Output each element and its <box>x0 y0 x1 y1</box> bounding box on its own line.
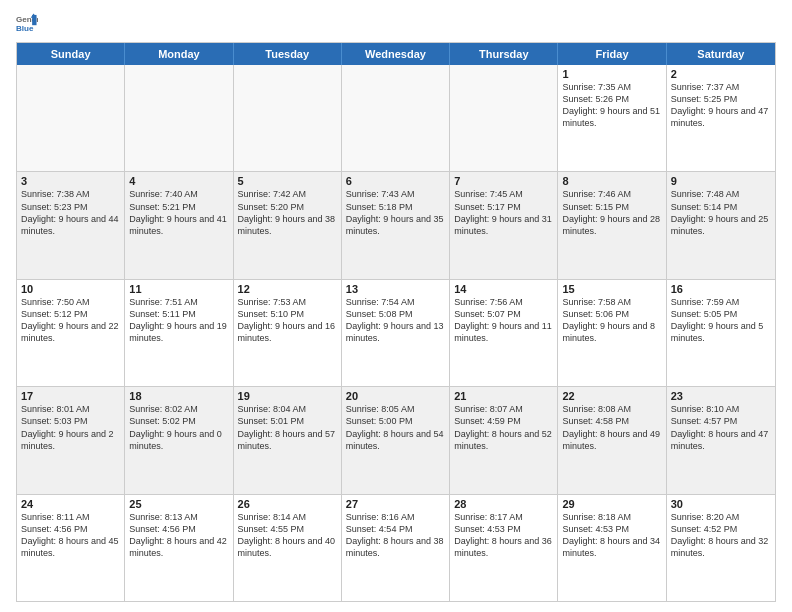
cell-info: Sunrise: 8:13 AMSunset: 4:56 PMDaylight:… <box>129 511 228 560</box>
cell-info: Sunrise: 7:46 AMSunset: 5:15 PMDaylight:… <box>562 188 661 237</box>
day-cell-8: 8Sunrise: 7:46 AMSunset: 5:15 PMDaylight… <box>558 172 666 278</box>
day-number: 20 <box>346 390 445 402</box>
day-number: 30 <box>671 498 771 510</box>
calendar-row-3: 10Sunrise: 7:50 AMSunset: 5:12 PMDayligh… <box>17 280 775 387</box>
cell-info: Sunrise: 8:01 AMSunset: 5:03 PMDaylight:… <box>21 403 120 452</box>
cell-info: Sunrise: 7:42 AMSunset: 5:20 PMDaylight:… <box>238 188 337 237</box>
cell-info: Sunrise: 8:04 AMSunset: 5:01 PMDaylight:… <box>238 403 337 452</box>
day-cell-10: 10Sunrise: 7:50 AMSunset: 5:12 PMDayligh… <box>17 280 125 386</box>
cell-info: Sunrise: 8:20 AMSunset: 4:52 PMDaylight:… <box>671 511 771 560</box>
day-number: 3 <box>21 175 120 187</box>
cell-info: Sunrise: 7:51 AMSunset: 5:11 PMDaylight:… <box>129 296 228 345</box>
day-cell-15: 15Sunrise: 7:58 AMSunset: 5:06 PMDayligh… <box>558 280 666 386</box>
day-number: 18 <box>129 390 228 402</box>
calendar-row-2: 3Sunrise: 7:38 AMSunset: 5:23 PMDaylight… <box>17 172 775 279</box>
logo-icon: General Blue <box>16 12 38 34</box>
cell-info: Sunrise: 8:10 AMSunset: 4:57 PMDaylight:… <box>671 403 771 452</box>
page: General Blue SundayMondayTuesdayWednesda… <box>0 0 792 612</box>
cell-info: Sunrise: 8:18 AMSunset: 4:53 PMDaylight:… <box>562 511 661 560</box>
day-number: 21 <box>454 390 553 402</box>
weekday-header-monday: Monday <box>125 43 233 65</box>
day-cell-26: 26Sunrise: 8:14 AMSunset: 4:55 PMDayligh… <box>234 495 342 601</box>
day-number: 17 <box>21 390 120 402</box>
day-cell-11: 11Sunrise: 7:51 AMSunset: 5:11 PMDayligh… <box>125 280 233 386</box>
cell-info: Sunrise: 8:07 AMSunset: 4:59 PMDaylight:… <box>454 403 553 452</box>
day-cell-20: 20Sunrise: 8:05 AMSunset: 5:00 PMDayligh… <box>342 387 450 493</box>
day-cell-28: 28Sunrise: 8:17 AMSunset: 4:53 PMDayligh… <box>450 495 558 601</box>
day-number: 11 <box>129 283 228 295</box>
day-cell-22: 22Sunrise: 8:08 AMSunset: 4:58 PMDayligh… <box>558 387 666 493</box>
empty-cell <box>234 65 342 171</box>
cell-info: Sunrise: 7:54 AMSunset: 5:08 PMDaylight:… <box>346 296 445 345</box>
cell-info: Sunrise: 8:05 AMSunset: 5:00 PMDaylight:… <box>346 403 445 452</box>
day-number: 28 <box>454 498 553 510</box>
calendar-header: SundayMondayTuesdayWednesdayThursdayFrid… <box>17 43 775 65</box>
cell-info: Sunrise: 7:40 AMSunset: 5:21 PMDaylight:… <box>129 188 228 237</box>
day-number: 12 <box>238 283 337 295</box>
cell-info: Sunrise: 7:56 AMSunset: 5:07 PMDaylight:… <box>454 296 553 345</box>
day-number: 24 <box>21 498 120 510</box>
day-number: 7 <box>454 175 553 187</box>
weekday-header-saturday: Saturday <box>667 43 775 65</box>
weekday-header-thursday: Thursday <box>450 43 558 65</box>
day-number: 4 <box>129 175 228 187</box>
day-number: 9 <box>671 175 771 187</box>
weekday-header-friday: Friday <box>558 43 666 65</box>
day-cell-4: 4Sunrise: 7:40 AMSunset: 5:21 PMDaylight… <box>125 172 233 278</box>
day-cell-14: 14Sunrise: 7:56 AMSunset: 5:07 PMDayligh… <box>450 280 558 386</box>
calendar-row-1: 1Sunrise: 7:35 AMSunset: 5:26 PMDaylight… <box>17 65 775 172</box>
empty-cell <box>125 65 233 171</box>
day-cell-19: 19Sunrise: 8:04 AMSunset: 5:01 PMDayligh… <box>234 387 342 493</box>
day-number: 27 <box>346 498 445 510</box>
calendar-body: 1Sunrise: 7:35 AMSunset: 5:26 PMDaylight… <box>17 65 775 601</box>
day-number: 22 <box>562 390 661 402</box>
day-number: 26 <box>238 498 337 510</box>
cell-info: Sunrise: 7:43 AMSunset: 5:18 PMDaylight:… <box>346 188 445 237</box>
day-cell-24: 24Sunrise: 8:11 AMSunset: 4:56 PMDayligh… <box>17 495 125 601</box>
cell-info: Sunrise: 7:48 AMSunset: 5:14 PMDaylight:… <box>671 188 771 237</box>
day-number: 16 <box>671 283 771 295</box>
day-number: 2 <box>671 68 771 80</box>
day-cell-2: 2Sunrise: 7:37 AMSunset: 5:25 PMDaylight… <box>667 65 775 171</box>
day-number: 1 <box>562 68 661 80</box>
day-cell-9: 9Sunrise: 7:48 AMSunset: 5:14 PMDaylight… <box>667 172 775 278</box>
calendar: SundayMondayTuesdayWednesdayThursdayFrid… <box>16 42 776 602</box>
day-number: 19 <box>238 390 337 402</box>
cell-info: Sunrise: 7:58 AMSunset: 5:06 PMDaylight:… <box>562 296 661 345</box>
cell-info: Sunrise: 7:45 AMSunset: 5:17 PMDaylight:… <box>454 188 553 237</box>
empty-cell <box>17 65 125 171</box>
svg-text:Blue: Blue <box>16 24 34 33</box>
day-number: 13 <box>346 283 445 295</box>
day-number: 25 <box>129 498 228 510</box>
day-cell-23: 23Sunrise: 8:10 AMSunset: 4:57 PMDayligh… <box>667 387 775 493</box>
day-cell-25: 25Sunrise: 8:13 AMSunset: 4:56 PMDayligh… <box>125 495 233 601</box>
day-cell-21: 21Sunrise: 8:07 AMSunset: 4:59 PMDayligh… <box>450 387 558 493</box>
day-cell-1: 1Sunrise: 7:35 AMSunset: 5:26 PMDaylight… <box>558 65 666 171</box>
cell-info: Sunrise: 8:08 AMSunset: 4:58 PMDaylight:… <box>562 403 661 452</box>
day-cell-13: 13Sunrise: 7:54 AMSunset: 5:08 PMDayligh… <box>342 280 450 386</box>
empty-cell <box>342 65 450 171</box>
cell-info: Sunrise: 8:14 AMSunset: 4:55 PMDaylight:… <box>238 511 337 560</box>
day-cell-7: 7Sunrise: 7:45 AMSunset: 5:17 PMDaylight… <box>450 172 558 278</box>
day-number: 5 <box>238 175 337 187</box>
day-cell-6: 6Sunrise: 7:43 AMSunset: 5:18 PMDaylight… <box>342 172 450 278</box>
cell-info: Sunrise: 7:53 AMSunset: 5:10 PMDaylight:… <box>238 296 337 345</box>
header: General Blue <box>16 12 776 34</box>
day-cell-29: 29Sunrise: 8:18 AMSunset: 4:53 PMDayligh… <box>558 495 666 601</box>
day-number: 15 <box>562 283 661 295</box>
day-number: 6 <box>346 175 445 187</box>
cell-info: Sunrise: 7:50 AMSunset: 5:12 PMDaylight:… <box>21 296 120 345</box>
weekday-header-wednesday: Wednesday <box>342 43 450 65</box>
day-cell-16: 16Sunrise: 7:59 AMSunset: 5:05 PMDayligh… <box>667 280 775 386</box>
day-number: 23 <box>671 390 771 402</box>
cell-info: Sunrise: 7:35 AMSunset: 5:26 PMDaylight:… <box>562 81 661 130</box>
calendar-row-4: 17Sunrise: 8:01 AMSunset: 5:03 PMDayligh… <box>17 387 775 494</box>
cell-info: Sunrise: 8:02 AMSunset: 5:02 PMDaylight:… <box>129 403 228 452</box>
weekday-header-tuesday: Tuesday <box>234 43 342 65</box>
day-cell-30: 30Sunrise: 8:20 AMSunset: 4:52 PMDayligh… <box>667 495 775 601</box>
day-cell-17: 17Sunrise: 8:01 AMSunset: 5:03 PMDayligh… <box>17 387 125 493</box>
day-number: 29 <box>562 498 661 510</box>
day-cell-3: 3Sunrise: 7:38 AMSunset: 5:23 PMDaylight… <box>17 172 125 278</box>
day-number: 8 <box>562 175 661 187</box>
day-cell-5: 5Sunrise: 7:42 AMSunset: 5:20 PMDaylight… <box>234 172 342 278</box>
